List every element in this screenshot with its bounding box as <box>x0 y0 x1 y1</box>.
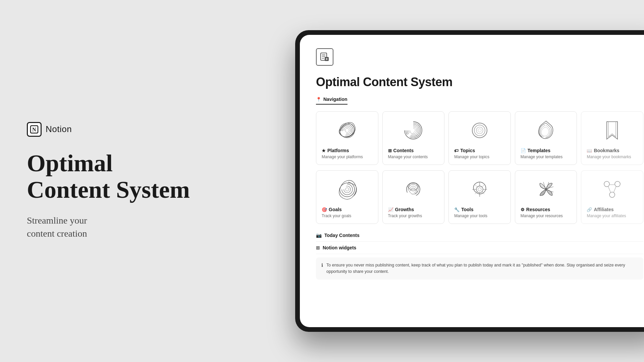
card-growths-title: 📈 Growths <box>388 207 439 212</box>
card-bookmarks-desc: Manage your bookmarks <box>587 155 638 159</box>
platforms-icon: ★ <box>322 148 326 153</box>
info-box: ℹ To ensure you never miss publishing co… <box>316 257 643 280</box>
svg-line-20 <box>608 186 611 193</box>
card-templates-desc: Manage your templates <box>521 155 572 159</box>
card-affiliates[interactable]: 🔗 Affiliates Manage your affiliates <box>581 170 643 224</box>
svg-text:N: N <box>32 127 36 132</box>
notion-brand-name: Notion <box>46 124 72 134</box>
notion-widgets-icon: ⊞ <box>316 245 320 250</box>
affiliates-icon: 🔗 <box>587 207 592 212</box>
card-growths[interactable]: 📈 Growths Track your growths <box>382 170 445 224</box>
tools-icon: 🔧 <box>454 207 460 212</box>
card-contents-desc: Manage your contents <box>388 155 439 159</box>
page-icon <box>316 48 333 66</box>
notion-logo-icon: N <box>27 122 42 137</box>
cards-row2: 🎯 Goals Track your goals <box>316 170 643 224</box>
card-topics-desc: Manage your topics <box>454 155 505 159</box>
left-main-title: OptimalContent System <box>27 150 201 203</box>
svg-point-11 <box>476 127 483 134</box>
card-bookmarks-icon-area <box>587 117 638 144</box>
nav-section: 📍 Navigation <box>316 97 347 105</box>
card-templates-title: 📄 Templates <box>521 148 572 153</box>
notion-page: Optimal Content System 📍 Navigation <box>300 35 644 327</box>
card-affiliates-icon-area <box>587 176 638 203</box>
svg-point-10 <box>474 125 485 136</box>
card-platforms-desc: Manage your platforms <box>322 155 373 159</box>
svg-point-18 <box>609 192 615 197</box>
card-bookmarks[interactable]: 📖 Bookmarks Manage your bookmarks <box>581 111 643 165</box>
card-topics-icon-area <box>454 117 505 144</box>
card-resources-desc: Manage your resources <box>521 214 572 218</box>
resources-icon: ⚙ <box>521 207 525 212</box>
notion-widgets-label: Notion widgets <box>323 245 356 250</box>
card-resources-icon-area <box>521 176 572 203</box>
left-panel: N Notion OptimalContent System Streamlin… <box>0 0 228 362</box>
contents-icon: ⊞ <box>388 148 392 153</box>
info-icon: ℹ <box>321 262 323 268</box>
svg-point-17 <box>615 181 620 187</box>
card-tools[interactable]: 🔧 Tools Manage your tools <box>448 170 511 224</box>
bookmarks-icon: 📖 <box>587 148 592 153</box>
card-goals-desc: Track your goals <box>322 214 373 218</box>
tablet-container: Optimal Content System 📍 Navigation <box>295 30 644 332</box>
nav-icon: 📍 <box>316 97 321 102</box>
card-goals[interactable]: 🎯 Goals Track your goals <box>316 170 378 224</box>
card-contents[interactable]: ⊞ Contents Manage your contents <box>382 111 445 165</box>
svg-point-16 <box>604 181 609 187</box>
card-growths-desc: Track your growths <box>388 214 439 218</box>
notion-widgets-row[interactable]: ⊞ Notion widgets <box>316 242 643 254</box>
card-goals-title: 🎯 Goals <box>322 207 373 212</box>
card-tools-desc: Manage your tools <box>454 214 505 218</box>
card-topics[interactable]: 🏷 Topics Manage your topics <box>448 111 511 165</box>
today-contents-icon: 📷 <box>316 233 322 238</box>
card-bookmarks-title: 📖 Bookmarks <box>587 148 638 153</box>
card-topics-title: 🏷 Topics <box>454 148 505 153</box>
growths-icon: 📈 <box>388 207 393 212</box>
card-platforms-title: ★ Platforms <box>322 148 373 153</box>
today-contents-row[interactable]: 📷 Today Contents <box>316 229 643 242</box>
svg-line-21 <box>613 186 616 193</box>
nav-label: Navigation <box>323 97 347 102</box>
card-affiliates-title: 🔗 Affiliates <box>587 207 638 212</box>
card-contents-title: ⊞ Contents <box>388 148 439 153</box>
card-affiliates-desc: Manage your affiliates <box>587 214 638 218</box>
tablet-frame: Optimal Content System 📍 Navigation <box>295 30 644 332</box>
tablet-screen: Optimal Content System 📍 Navigation <box>300 35 644 327</box>
topics-icon: 🏷 <box>454 148 459 153</box>
card-resources-title: ⚙ Resources <box>521 207 572 212</box>
templates-icon: 📄 <box>521 148 526 153</box>
card-templates[interactable]: 📄 Templates Manage your templates <box>515 111 577 165</box>
card-goals-icon-area <box>322 176 373 203</box>
cards-row1: ★ Platforms Manage your platforms <box>316 111 643 165</box>
card-growths-icon-area <box>388 176 439 203</box>
card-platforms[interactable]: ★ Platforms Manage your platforms <box>316 111 378 165</box>
card-templates-icon-area <box>521 117 572 144</box>
bottom-sections: 📷 Today Contents ⊞ Notion widgets ℹ To e… <box>316 229 643 280</box>
card-contents-icon-area <box>388 117 439 144</box>
notion-logo-area: N Notion <box>27 122 201 137</box>
card-resources[interactable]: ⚙ Resources Manage your resources <box>515 170 577 224</box>
info-text: To ensure you never miss publishing cont… <box>326 262 638 275</box>
goals-icon: 🎯 <box>322 207 327 212</box>
page-title: Optimal Content System <box>316 75 643 89</box>
card-platforms-icon-area <box>322 117 373 144</box>
svg-point-14 <box>478 188 481 191</box>
card-tools-title: 🔧 Tools <box>454 207 505 212</box>
left-subtitle: Streamline yourcontent creation <box>27 214 201 240</box>
today-contents-label: Today Contents <box>324 233 360 238</box>
card-tools-icon-area <box>454 176 505 203</box>
svg-point-12 <box>478 129 481 132</box>
